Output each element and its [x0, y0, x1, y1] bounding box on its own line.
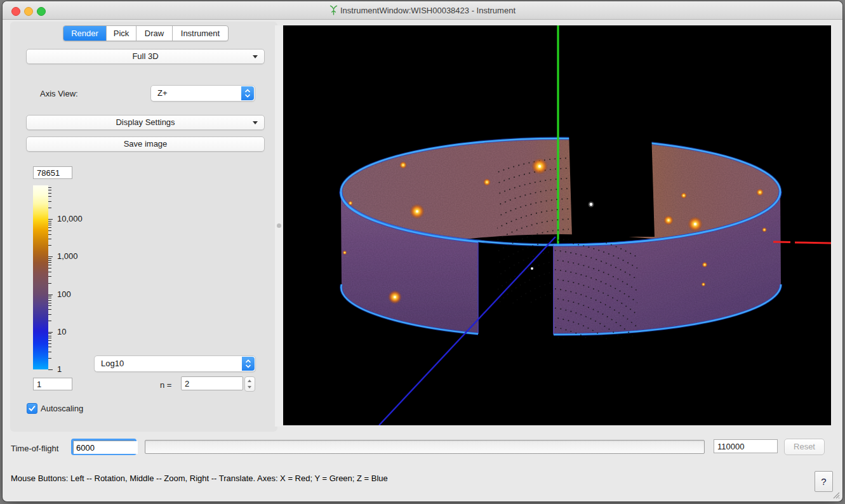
colorbar-tick — [48, 340, 51, 341]
save-image-label: Save image — [124, 139, 168, 149]
beam-marker — [531, 267, 533, 270]
display-settings-dropdown[interactable]: Display Settings — [26, 115, 265, 130]
spin-up-icon — [248, 380, 251, 382]
colorbar-tick-label: 1,000 — [57, 251, 78, 261]
scale-type-value: Log10 — [101, 359, 124, 368]
window-title: InstrumentWindow:WISH00038423 - Instrume… — [3, 5, 842, 15]
tab-render[interactable]: Render — [63, 26, 107, 41]
colorbar-tick — [48, 196, 51, 197]
colorbar-tick — [48, 227, 51, 228]
colorbar-tick — [48, 239, 51, 239]
n-spinbox[interactable] — [181, 376, 243, 390]
colorbar-tick — [48, 201, 51, 202]
tab-draw[interactable]: Draw — [136, 26, 173, 41]
splitter-handle[interactable] — [277, 223, 281, 228]
help-button[interactable]: ? — [815, 471, 833, 492]
x-axis-line — [773, 242, 790, 242]
autoscaling-checkbox[interactable] — [27, 403, 37, 414]
instrument-3d-view[interactable] — [283, 25, 831, 425]
colorbar-tick — [48, 234, 51, 235]
tof-max-input[interactable] — [714, 439, 778, 453]
colorbar-tick — [48, 193, 51, 194]
colorbar-tick — [48, 283, 51, 284]
colorbar-tick — [48, 358, 51, 359]
n-label: n = — [160, 380, 171, 390]
save-image-button[interactable]: Save image — [26, 136, 265, 152]
axis-view-value: Z+ — [157, 88, 168, 98]
spin-down-icon — [248, 386, 251, 388]
colorbar-tick — [48, 343, 51, 344]
colorbar-tick — [48, 225, 51, 225]
scale-min-input[interactable] — [33, 378, 72, 390]
reset-button[interactable]: Reset — [784, 439, 825, 455]
colorbar-tick — [48, 256, 53, 257]
colorbar-tick — [48, 332, 53, 333]
colorbar-tick — [48, 262, 51, 263]
tab-instrument[interactable]: Instrument — [173, 26, 228, 41]
tab-pick[interactable]: Pick — [107, 26, 136, 41]
titlebar[interactable]: InstrumentWindow:WISH00038423 - Instrume… — [3, 1, 842, 20]
mantid-icon — [329, 5, 338, 15]
colorbar-tick — [48, 258, 51, 259]
popup-stepper-icon — [241, 86, 254, 100]
colorbar-tick — [48, 295, 53, 295]
axis-view-select[interactable]: Z+ — [150, 85, 255, 102]
colorbar-tick — [48, 219, 53, 220]
colorbar-tick — [48, 347, 51, 347]
colorbar-tick-label: 100 — [57, 289, 71, 299]
colorbar-tick — [48, 230, 51, 231]
sample-position-glow — [589, 202, 594, 208]
autoscaling-label: Autoscaling — [41, 404, 83, 413]
tof-min-input[interactable] — [74, 441, 138, 454]
desktop: InstrumentWindow:WISH00038423 - Instrume… — [0, 0, 845, 504]
view-tabs: Render Pick Draw Instrument — [63, 25, 229, 41]
projection-dropdown-label: Full 3D — [132, 51, 158, 61]
colorbar-tick — [48, 369, 53, 370]
scale-type-select[interactable]: Log10 — [94, 355, 256, 372]
colorbar-tick — [48, 338, 51, 338]
projection-dropdown[interactable]: Full 3D — [26, 49, 265, 64]
colorbar-tick — [48, 352, 51, 352]
chevron-down-icon — [253, 121, 258, 124]
colorbar-ticks: 10,0001,000100101 — [48, 185, 118, 371]
colorbar-tick — [48, 303, 51, 303]
colorbar — [33, 185, 48, 369]
colorbar-tick — [48, 190, 51, 190]
n-spinbox-stepper[interactable] — [244, 376, 255, 392]
colorbar-tick — [48, 272, 51, 272]
colorbar-tick — [48, 187, 51, 188]
chevron-down-icon — [253, 55, 258, 58]
colorbar-tick — [48, 296, 51, 296]
colorbar-tick — [48, 314, 51, 315]
colorbar-tick — [48, 260, 51, 261]
colorbar-tick — [48, 208, 51, 208]
colorbar-tick — [48, 223, 51, 223]
colorbar-tick — [48, 268, 51, 269]
panel-splitter[interactable] — [275, 25, 283, 427]
scale-max-input[interactable] — [33, 166, 72, 179]
colorbar-tick — [48, 265, 51, 265]
popup-stepper-icon — [242, 357, 255, 371]
rear-gap — [568, 110, 655, 237]
instrument-window: InstrumentWindow:WISH00038423 - Instrume… — [3, 1, 842, 501]
colorbar-tick — [48, 276, 51, 277]
tof-label: Time-of-flight — [11, 444, 58, 453]
colorbar-tick — [48, 333, 51, 334]
display-settings-label: Display Settings — [116, 117, 175, 127]
colorbar-tick — [48, 336, 51, 336]
colorbar-tick — [48, 245, 51, 246]
colorbar-tick — [48, 321, 51, 321]
check-icon — [28, 404, 36, 413]
tof-slider[interactable] — [145, 440, 705, 454]
tof-min-field[interactable] — [71, 439, 136, 455]
colorbar-tick-label: 10,000 — [57, 214, 83, 223]
colorbar-tick — [48, 300, 51, 301]
colorbar-tick-label: 10 — [57, 327, 66, 336]
axis-view-label: Axis View: — [40, 89, 78, 98]
colorbar-tick-label: 1 — [57, 364, 62, 374]
colorbar-tick — [48, 298, 51, 298]
colorbar-tick — [48, 221, 51, 222]
colorbar-tick — [48, 305, 51, 306]
resize-grip[interactable] — [831, 490, 840, 499]
instrument-scene — [283, 25, 831, 425]
